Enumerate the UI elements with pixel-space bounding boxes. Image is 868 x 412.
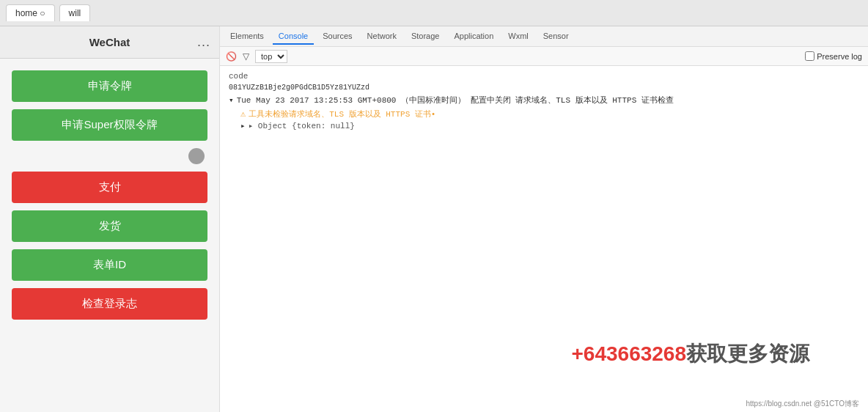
wechat-title: WeChat [89, 36, 130, 48]
tab-storage[interactable]: Storage [405, 29, 446, 45]
order-id-button[interactable]: 表单ID [12, 249, 207, 281]
bottom-bar: https://blog.csdn.net @51CTO博客 [738, 396, 869, 412]
toggle-dot[interactable] [188, 148, 205, 164]
tab-sensor[interactable]: Sensor [537, 29, 575, 45]
object-text: ▸ Object {token: null} [249, 121, 355, 130]
preserve-log-label[interactable]: Preserve log [805, 51, 862, 61]
tab-application[interactable]: Application [448, 29, 499, 45]
warning-icon: ⚠ [240, 108, 246, 119]
tab-wxml[interactable]: Wxml [502, 29, 534, 45]
devtools-outer: Elements Console Sources Network Storage… [220, 26, 868, 412]
clear-console-icon[interactable]: 🚫 [226, 51, 237, 62]
context-select[interactable]: top [255, 50, 287, 63]
log-timestamp-line: ▾ Tue May 23 2017 13:25:53 GMT+0800 （中国标… [229, 95, 859, 106]
bottom-suffix: @51CTO博客 [814, 400, 859, 408]
wechat-menu-dots[interactable]: ... [197, 34, 210, 50]
log-warning-line: ⚠ 工具未检验请求域名、TLS 版本以及 HTTPS 证书• [240, 108, 859, 119]
token-value: 081YUZzB1Bje2g0PGdCB1D5Yz81YUZzd [229, 84, 859, 92]
bottom-url: https://blog.csdn.net [746, 400, 812, 408]
wechat-header: WeChat ... [0, 26, 219, 59]
phone-body: 申请令牌 申请Super权限令牌 支付 发货 表单ID 检查登录志 [0, 59, 219, 412]
main-content: WeChat ... 申请令牌 申请Super权限令牌 支付 发货 表单ID 检… [0, 26, 868, 412]
tab-elements[interactable]: Elements [224, 29, 270, 45]
browser-chrome: home ○ will [0, 0, 868, 26]
log-expand-arrow[interactable]: ▾ [229, 95, 234, 105]
log-timestamp-text: Tue May 23 2017 13:25:53 GMT+0800 （中国标准时… [237, 95, 674, 106]
apply-super-token-button[interactable]: 申请Super权限令牌 [12, 109, 207, 141]
apply-token-button[interactable]: 申请令牌 [12, 70, 207, 102]
preserve-log-checkbox[interactable] [805, 51, 814, 61]
browser-tab-2[interactable]: will [59, 4, 91, 21]
phone-panel: WeChat ... 申请令牌 申请Super权限令牌 支付 发货 表单ID 检… [0, 26, 220, 412]
toggle-row [12, 148, 207, 164]
warning-text: 工具未检验请求域名、TLS 版本以及 HTTPS 证书• [249, 108, 435, 119]
watermark-text: 获取更多资源 [686, 342, 809, 365]
filter-icon[interactable]: ▽ [243, 51, 249, 62]
tab-network[interactable]: Network [361, 29, 402, 45]
browser-tab-1[interactable]: home ○ [6, 4, 55, 21]
check-log-button[interactable]: 检查登录志 [12, 288, 207, 320]
tab-sources[interactable]: Sources [317, 29, 358, 45]
tab-console[interactable]: Console [273, 29, 314, 45]
object-expand-arrow[interactable]: ▸ [240, 121, 246, 130]
deliver-button[interactable]: 发货 [12, 210, 207, 242]
devtools-toolbar: 🚫 ▽ top Preserve log [220, 47, 868, 66]
pay-button[interactable]: 支付 [12, 172, 207, 203]
watermark: +643663268获取更多资源 [571, 340, 809, 368]
log-object-line: ▸ ▸ Object {token: null} [240, 121, 859, 130]
code-label: code [229, 72, 859, 81]
devtools-tabs-bar: Elements Console Sources Network Storage… [220, 26, 868, 47]
watermark-number: +643663268 [571, 342, 686, 365]
